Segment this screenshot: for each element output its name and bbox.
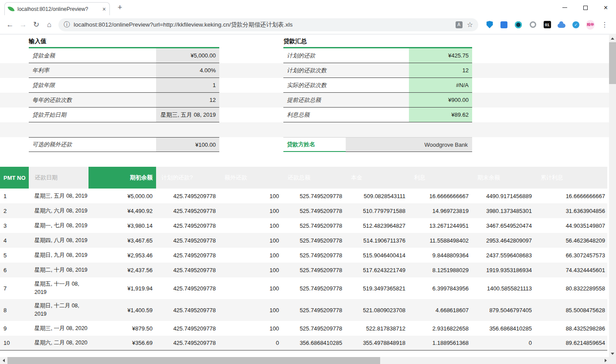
summary-section-title: 贷款汇总 [283, 36, 307, 47]
schedule-row: 9星期三, 一月 08, 2020¥879.50425.749520977810… [0, 321, 607, 336]
browser-menu-button[interactable]: ⋮ [600, 20, 609, 29]
schedule-cell: 525.7495209778 [282, 277, 346, 299]
summary-value: ¥900.00 [409, 93, 472, 107]
schedule-cell: 7 [0, 277, 29, 299]
header-cumulative-interest: 累计利息 [535, 167, 607, 189]
page-info-icon[interactable]: ⓘ [64, 21, 70, 29]
schedule-cell: 16.6666666667 [535, 189, 607, 203]
schedule-cell: 425.7495209778 [156, 299, 219, 321]
address-bar[interactable]: ⓘ localhost:8012/onlinePreview?url=http:… [58, 18, 478, 31]
calendar-01-icon: 01 [544, 21, 551, 28]
file-preview-content: 输入值 贷款汇总 贷款金额¥5,000.00年利率4.00%贷款年限1每年的还款… [0, 35, 609, 357]
url-text: localhost:8012/onlinePreview?url=http://… [74, 21, 451, 29]
schedule-row: 2星期六, 六月 08, 2019¥4,490.92425.7495209778… [0, 203, 607, 218]
input-label: 可选的额外还款 [29, 138, 156, 152]
translate-icon[interactable]: A [456, 21, 463, 28]
input-label: 贷款金额 [29, 48, 156, 63]
schedule-cell: 星期日, 九月 08, 2019 [29, 248, 88, 263]
window-close-button[interactable]: × [596, 0, 616, 15]
schedule-cell: 6.3997843956 [409, 277, 472, 299]
schedule-cell: ¥3,980.14 [88, 218, 156, 233]
schedule-cell: 56.4623648209 [535, 233, 607, 248]
home-button[interactable]: ⌂ [43, 18, 56, 31]
back-button[interactable]: ← [3, 18, 17, 31]
schedule-cell: 100 [219, 189, 282, 203]
schedule-cell: 74.4324445601 [535, 263, 607, 277]
schedule-cell: 425.7495209778 [156, 277, 219, 299]
extension-check-icon[interactable]: ✓ [572, 20, 580, 29]
schedule-row: 6星期二, 十月 08, 2019¥2,437.56425.7495209778… [0, 263, 607, 277]
kkfileview-leaf-icon [8, 6, 15, 13]
input-row: 贷款金额¥5,000.00 [29, 48, 219, 63]
schedule-cell: 515.9046400414 [346, 248, 409, 263]
horizontal-scrollbar[interactable] [0, 357, 616, 364]
extension-ring-icon[interactable] [514, 20, 523, 29]
schedule-cell: 512.4823964827 [346, 218, 409, 233]
tab-title: localhost:8012/onlinePreview? [17, 6, 100, 12]
schedule-cell: 4490.9171456889 [472, 189, 535, 203]
arrow-up-icon [611, 37, 614, 40]
lender-label: 贷款方姓名 [283, 138, 346, 152]
input-value: 星期三, 五月 08, 2019 [156, 108, 219, 122]
extension-blue-icon[interactable] [500, 20, 508, 29]
scroll-right-button[interactable] [602, 357, 609, 364]
shield-icon [487, 21, 493, 28]
schedule-cell: 8 [0, 299, 29, 321]
schedule-cell: 525.7495209778 [282, 248, 346, 263]
forward-button[interactable]: → [17, 18, 30, 31]
schedule-cell: 3467.6549520474 [472, 218, 535, 233]
input-section-title: 输入值 [29, 36, 47, 47]
row-stripe [0, 122, 609, 137]
extension-cloud-icon[interactable] [557, 20, 566, 29]
tab-close-icon[interactable]: × [102, 6, 106, 12]
vertical-scrollbar[interactable] [609, 35, 616, 357]
profile-avatar[interactable]: 精华 [586, 20, 595, 29]
schedule-cell: 14.969723819 [409, 203, 472, 218]
input-row: 贷款开始日期星期三, 五月 08, 2019 [29, 108, 219, 122]
schedule-cell: ¥3,467.65 [88, 233, 156, 248]
header-principal: 本金 [346, 167, 409, 189]
schedule-cell: 星期二, 十月 08, 2019 [29, 263, 88, 277]
schedule-cell: 10 [0, 336, 29, 350]
input-label: 贷款开始日期 [29, 108, 156, 122]
input-value: ¥5,000.00 [156, 48, 219, 63]
scroll-down-button[interactable] [609, 350, 616, 357]
schedule-cell: 31.6363904856 [535, 203, 607, 218]
schedule-cell: 星期三, 一月 08, 2020 [29, 321, 88, 336]
table-body: 1星期三, 五月 08, 2019¥5,000.00425.7495209778… [0, 189, 607, 351]
window-maximize-button[interactable] [575, 0, 596, 15]
schedule-cell: 11.5588498402 [409, 233, 472, 248]
horizontal-scroll-thumb[interactable] [7, 357, 380, 364]
scroll-up-button[interactable] [609, 35, 616, 42]
schedule-cell: 100 [219, 263, 282, 277]
bookmark-star-icon[interactable]: ☆ [467, 21, 473, 28]
header-begin-balance: 期初余额 [88, 167, 156, 189]
schedule-cell: 9 [0, 321, 29, 336]
lender-row: 贷款方姓名 Woodgrove Bank [283, 137, 472, 152]
schedule-cell: 85.5008475628 [535, 299, 607, 321]
schedule-cell: 100 [219, 203, 282, 218]
schedule-cell: 525.7495209778 [282, 263, 346, 277]
summary-value: #N/A [409, 78, 472, 92]
vertical-scroll-thumb[interactable] [609, 42, 616, 84]
extension-gray-icon[interactable] [528, 20, 537, 29]
new-tab-button[interactable]: + [115, 3, 125, 13]
schedule-row: 10星期六, 二月 08, 2020¥356.69425.74952097780… [0, 336, 607, 351]
scroll-left-button[interactable] [0, 357, 7, 364]
extension-01-badge[interactable]: 01 [543, 20, 551, 29]
lender-value: Woodgrove Bank [346, 138, 472, 152]
extension-shield-icon[interactable] [485, 20, 494, 29]
schedule-cell: 525.7495209778 [282, 203, 346, 218]
schedule-cell: 星期六, 二月 08, 2020 [29, 336, 88, 350]
header-end-balance: 期末余额 [472, 167, 535, 189]
browser-tab[interactable]: localhost:8012/onlinePreview? × [4, 2, 110, 15]
input-value: 4.00% [156, 63, 219, 78]
window-minimize-button[interactable] [555, 0, 575, 15]
schedule-cell: 2437.5596408683 [472, 248, 535, 263]
schedule-cell: 8.1251988029 [409, 263, 472, 277]
summary-row: 计划的还款次数12 [283, 63, 472, 78]
schedule-cell: 星期五, 十一月 08, 2019 [29, 277, 88, 299]
gray-ring-icon [530, 21, 536, 28]
schedule-cell: 5 [0, 248, 29, 263]
reload-button[interactable]: ↻ [30, 18, 43, 31]
